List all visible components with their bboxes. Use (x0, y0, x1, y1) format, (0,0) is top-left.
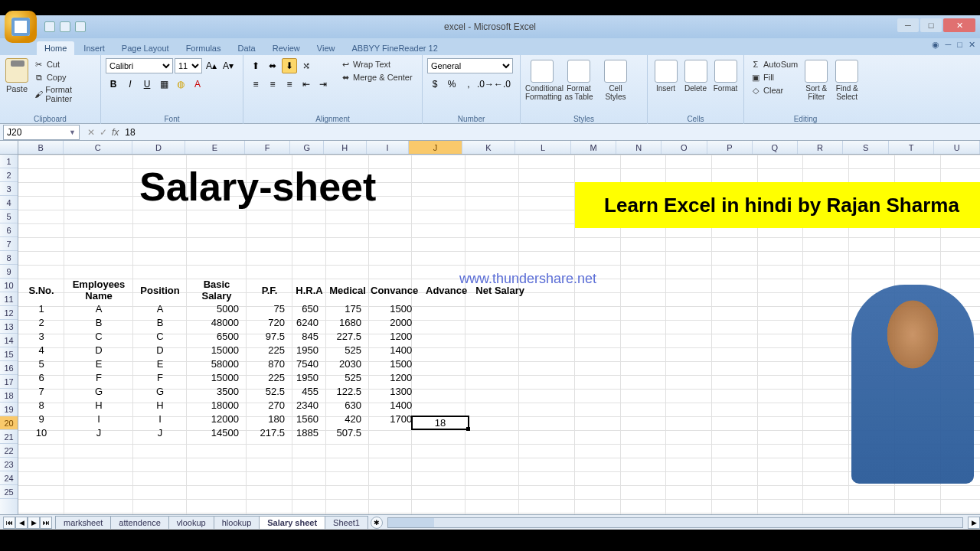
tab-abbyy-finereader-12[interactable]: ABBYY FineReader 12 (344, 41, 445, 55)
format-cells-button[interactable]: Format (712, 58, 739, 93)
increase-indent-button[interactable]: ⇥ (315, 77, 331, 92)
table-cell[interactable]: 48000 (187, 315, 247, 329)
table-cell[interactable]: 122.5 (326, 384, 369, 398)
table-cell[interactable]: 3500 (187, 384, 247, 398)
table-cell[interactable]: J (133, 425, 187, 439)
font-size-select[interactable]: 11 (175, 58, 202, 73)
fill-color-button[interactable]: ◍ (173, 77, 188, 92)
row-header-25[interactable]: 25 (0, 485, 18, 499)
table-cell[interactable] (473, 370, 527, 384)
help-icon[interactable]: ◉ (932, 40, 939, 50)
table-cell[interactable]: E (133, 357, 187, 370)
row-header-11[interactable]: 11 (0, 292, 18, 306)
table-cell[interactable]: 1950 (292, 370, 326, 384)
tab-home[interactable]: Home (37, 41, 74, 55)
merge-center-button[interactable]: ⬌Merge & Center (338, 71, 414, 83)
active-cell[interactable]: 18 (411, 416, 469, 430)
cell-styles-button[interactable]: Cell Styles (599, 58, 632, 101)
font-name-select[interactable]: Calibri (106, 58, 173, 73)
table-cell[interactable]: 9 (18, 412, 64, 425)
table-cell[interactable]: 1300 (369, 384, 420, 398)
row-header-7[interactable]: 7 (0, 237, 18, 251)
table-cell[interactable] (473, 425, 527, 439)
table-cell[interactable] (420, 357, 473, 370)
table-cell[interactable]: 525 (326, 343, 369, 357)
row-header-16[interactable]: 16 (0, 361, 18, 375)
table-cell[interactable]: 18000 (187, 398, 247, 412)
table-cell[interactable]: 225 (247, 370, 292, 384)
orientation-button[interactable]: ⤭ (299, 58, 314, 73)
table-cell[interactable]: 2030 (326, 357, 369, 370)
row-header-19[interactable]: 19 (0, 403, 18, 416)
new-sheet-button[interactable]: ✱ (371, 517, 383, 529)
table-cell[interactable]: 14500 (187, 425, 247, 439)
row-header-1[interactable]: 1 (0, 155, 18, 168)
table-cell[interactable]: 58000 (187, 357, 247, 370)
table-cell[interactable]: 1200 (369, 370, 420, 384)
name-box[interactable]: J20▼ (3, 125, 80, 140)
table-cell[interactable]: 227.5 (326, 329, 369, 343)
fx-icon[interactable]: fx (112, 127, 119, 138)
table-cell[interactable]: 2 (18, 315, 64, 329)
col-header-C[interactable]: C (64, 141, 132, 154)
table-cell[interactable] (473, 412, 527, 425)
table-cell[interactable]: 8 (18, 398, 64, 412)
table-cell[interactable] (420, 398, 473, 412)
table-cell[interactable]: J (64, 425, 133, 439)
align-bottom-button[interactable]: ⬇ (282, 58, 297, 73)
col-header-F[interactable]: F (245, 141, 291, 154)
col-header-D[interactable]: D (132, 141, 186, 154)
table-cell[interactable]: 7 (18, 384, 64, 398)
table-cell[interactable] (473, 357, 527, 370)
table-cell[interactable]: 1 (18, 302, 64, 315)
qat-undo-icon[interactable] (60, 21, 70, 32)
delete-cells-button[interactable]: Delete (682, 58, 709, 93)
decrease-indent-button[interactable]: ⇤ (299, 77, 314, 92)
row-header-15[interactable]: 15 (0, 347, 18, 361)
office-button[interactable] (5, 11, 37, 43)
format-painter-button[interactable]: 🖌Format Painter (32, 84, 96, 104)
table-cell[interactable]: 225 (247, 343, 292, 357)
format-as-table-button[interactable]: Format as Table (562, 58, 596, 101)
tab-page-layout[interactable]: Page Layout (114, 41, 177, 55)
shrink-font-button[interactable]: A▾ (220, 58, 236, 73)
align-right-button[interactable]: ≡ (282, 77, 297, 92)
enter-formula-icon[interactable]: ✓ (100, 127, 107, 138)
table-cell[interactable] (473, 315, 527, 329)
col-header-E[interactable]: E (185, 141, 244, 154)
table-cell[interactable] (473, 343, 527, 357)
table-cell[interactable]: F (64, 370, 133, 384)
table-cell[interactable]: C (64, 329, 133, 343)
sort-filter-button[interactable]: Sort & Filter (802, 58, 830, 101)
currency-button[interactable]: $ (427, 77, 443, 92)
paste-button[interactable]: Paste (5, 58, 29, 93)
table-cell[interactable]: 1400 (369, 343, 420, 357)
align-middle-button[interactable]: ⬌ (265, 58, 280, 73)
col-header-G[interactable]: G (290, 141, 324, 154)
table-cell[interactable]: 720 (247, 315, 292, 329)
autosum-button[interactable]: ΣAutoSum (749, 58, 799, 70)
qat-redo-icon[interactable] (75, 21, 86, 32)
table-cell[interactable]: G (64, 384, 133, 398)
bold-button[interactable]: B (106, 77, 121, 92)
cancel-formula-icon[interactable]: ✕ (87, 127, 95, 138)
table-cell[interactable]: E (64, 357, 133, 370)
minimize-ribbon-icon[interactable]: ─ (946, 40, 952, 50)
row-header-20[interactable]: 20 (0, 416, 18, 430)
table-cell[interactable] (473, 384, 527, 398)
table-cell[interactable]: 5 (18, 357, 64, 370)
table-cell[interactable]: 270 (247, 398, 292, 412)
table-cell[interactable]: 217.5 (247, 425, 292, 439)
row-header-8[interactable]: 8 (0, 251, 18, 265)
table-cell[interactable]: 10 (18, 425, 64, 439)
table-cell[interactable] (420, 329, 473, 343)
table-cell[interactable] (420, 343, 473, 357)
table-cell[interactable]: 1500 (369, 302, 420, 315)
table-cell[interactable]: H (64, 398, 133, 412)
col-header-H[interactable]: H (324, 141, 367, 154)
table-cell[interactable]: I (64, 412, 133, 425)
table-cell[interactable]: 2000 (369, 315, 420, 329)
grow-font-button[interactable]: A▴ (204, 58, 219, 73)
maximize-button[interactable]: □ (920, 18, 942, 32)
table-cell[interactable]: 507.5 (326, 425, 369, 439)
